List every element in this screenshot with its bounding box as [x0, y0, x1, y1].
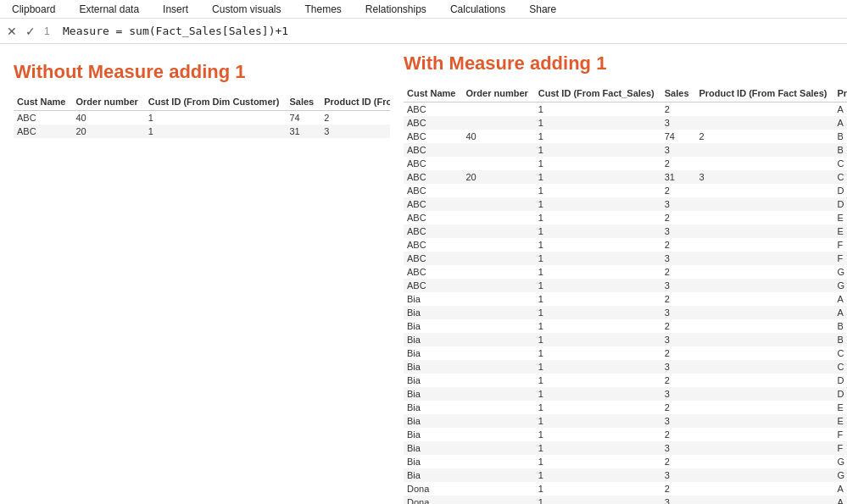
- table-row: ABC401742B: [14, 111, 390, 125]
- left-col-cust-name: Cust Name: [14, 95, 72, 111]
- left-col-product-id: Product ID (From Fact Sales): [320, 95, 390, 111]
- left-col-order-number: Order number: [72, 95, 144, 111]
- table-row: ABC13F1: [404, 252, 847, 265]
- table-row: Bia13E1: [404, 414, 847, 428]
- menu-bar: Clipboard External data Insert Custom vi…: [0, 0, 847, 19]
- menu-external-data[interactable]: External data: [67, 2, 151, 17]
- formula-bar: ✕ ✓ 1 Measure = sum(Fact_Sales[Sales])+1: [0, 19, 847, 44]
- table-row: ABC12A1: [404, 102, 847, 117]
- right-col-sales: Sales: [661, 86, 696, 102]
- table-row: ABC201313C: [14, 125, 390, 138]
- menu-share[interactable]: Share: [517, 2, 568, 17]
- table-row: ABC12D1: [404, 184, 847, 197]
- menu-relationships[interactable]: Relationships: [354, 2, 438, 17]
- table-row: Dona13A1: [404, 496, 847, 504]
- table-row: ABC13B1: [404, 143, 847, 157]
- checkmark-icon[interactable]: ✓: [24, 25, 37, 38]
- table-row: Dona12A1: [404, 482, 847, 496]
- table-row: Bia12G1: [404, 455, 847, 468]
- table-row: Bia12B1: [404, 319, 847, 333]
- table-row: ABC13D1: [404, 197, 847, 211]
- table-row: Bia13G1: [404, 468, 847, 482]
- table-row: ABC13A1: [404, 116, 847, 130]
- left-panel: Without Measure adding 1 Cust Name Order…: [0, 44, 390, 504]
- right-panel[interactable]: With Measure adding 1 Cust Name Order nu…: [390, 44, 847, 504]
- table-row: ABC12G1: [404, 265, 847, 279]
- menu-insert[interactable]: Insert: [151, 2, 200, 17]
- table-row: ABC12F1: [404, 238, 847, 252]
- left-col-sales: Sales: [286, 95, 320, 111]
- table-row: ABC12E1: [404, 211, 847, 224]
- left-table: Cust Name Order number Cust ID (From Dim…: [14, 95, 390, 138]
- table-row: Bia13B1: [404, 333, 847, 346]
- right-panel-title: With Measure adding 1: [404, 53, 847, 75]
- right-col-product-id: Product ID (From Fact Sales): [696, 86, 834, 102]
- table-row: Bia13A1: [404, 306, 847, 319]
- table-row: Bia13C1: [404, 360, 847, 374]
- menu-custom-visuals[interactable]: Custom visuals: [200, 2, 293, 17]
- table-row: Bia12C1: [404, 346, 847, 360]
- left-col-cust-id: Cust ID (From Dim Customer): [145, 95, 287, 111]
- table-row: ABC13E1: [404, 224, 847, 238]
- table-row: Bia13D1: [404, 387, 847, 401]
- left-panel-title: Without Measure adding 1: [14, 61, 376, 83]
- right-table: Cust Name Order number Cust ID (From Fac…: [404, 86, 847, 504]
- menu-themes[interactable]: Themes: [293, 2, 353, 17]
- right-col-cust-id: Cust ID (From Fact_Sales): [535, 86, 661, 102]
- menu-calculations[interactable]: Calculations: [438, 2, 517, 17]
- table-row: Bia12D1: [404, 374, 847, 387]
- formula-line-number: 1: [44, 25, 56, 37]
- table-row: Bia12F1: [404, 428, 847, 441]
- table-row: ABC12C1: [404, 157, 847, 170]
- right-col-order-number: Order number: [462, 86, 534, 102]
- table-row: ABC13G1: [404, 279, 847, 292]
- close-icon[interactable]: ✕: [5, 25, 19, 38]
- table-row: ABC401742B75: [404, 130, 847, 143]
- table-row: ABC201313C32: [404, 170, 847, 184]
- table-row: Bia12E1: [404, 401, 847, 414]
- right-col-cust-name: Cust Name: [404, 86, 462, 102]
- right-col-product-name: Product Name: [833, 86, 847, 102]
- main-content: Without Measure adding 1 Cust Name Order…: [0, 44, 847, 504]
- table-row: Bia13F1: [404, 441, 847, 455]
- table-row: Bia12A1: [404, 292, 847, 306]
- formula-expression[interactable]: Measure = sum(Fact_Sales[Sales])+1: [63, 25, 288, 37]
- menu-clipboard[interactable]: Clipboard: [0, 2, 67, 17]
